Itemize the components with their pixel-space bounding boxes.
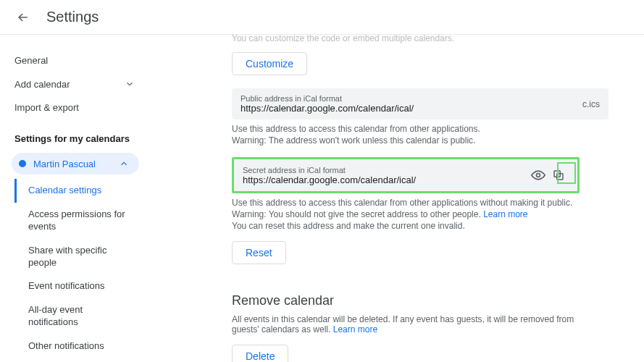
public-ical-label: Public address in iCal format xyxy=(241,94,577,103)
settings-header: Settings xyxy=(0,0,644,35)
sidebar-item-label: Import & export xyxy=(14,102,79,113)
learn-more-link-secret[interactable]: Learn more xyxy=(483,209,527,219)
delete-button[interactable]: Delete xyxy=(232,345,288,362)
truncated-help-text: You can customize the code or embed mult… xyxy=(232,35,622,43)
sidebar-section-title: Settings for my calendars xyxy=(12,119,139,150)
sublink-share-specific[interactable]: Share with specific people xyxy=(14,239,139,275)
svg-point-0 xyxy=(537,174,540,177)
settings-sidebar: General Add calendar Import & export Set… xyxy=(0,35,145,362)
settings-content: You can customize the code or embed mult… xyxy=(145,35,644,362)
sublink-calendar-settings[interactable]: Calendar settings xyxy=(14,179,139,203)
public-ical-suffix: c.ics xyxy=(582,99,600,109)
customize-button[interactable]: Customize xyxy=(232,52,307,75)
secret-ical-value: https://calendar.google.com/calendar/ica… xyxy=(243,174,528,185)
sublink-other-notifications[interactable]: Other notifications xyxy=(14,334,139,358)
sidebar-sublinks: Calendar settings Access permissions for… xyxy=(14,179,139,362)
sidebar-item-label: Add calendar xyxy=(14,79,70,90)
sidebar-calendar-current[interactable]: Martin Pascual xyxy=(12,153,139,174)
learn-more-link-remove[interactable]: Learn more xyxy=(333,324,377,334)
sublink-event-notifications[interactable]: Event notifications xyxy=(14,274,139,298)
remove-calendar-help: All events in this calendar will be dele… xyxy=(232,314,580,334)
calendar-name: Martin Pascual xyxy=(33,159,96,169)
secret-ical-field: Secret address in iCal format https://ca… xyxy=(234,159,577,191)
copy-icon[interactable] xyxy=(548,165,569,185)
public-ical-value: https://calendar.google.com/calendar/ica… xyxy=(241,103,577,114)
sidebar-item-general[interactable]: General xyxy=(12,49,139,72)
sublink-allday-notifications[interactable]: All-day event notifications xyxy=(14,298,139,334)
page-title: Settings xyxy=(46,9,99,25)
reveal-eye-icon[interactable] xyxy=(528,165,548,185)
public-ical-help1: Use this address to access this calendar… xyxy=(232,124,580,134)
sidebar-item-import-export[interactable]: Import & export xyxy=(12,96,139,119)
chevron-up-icon xyxy=(117,157,130,170)
sublink-integrate-calendar[interactable]: Integrate calendar xyxy=(14,358,139,362)
sidebar-item-label: General xyxy=(14,55,48,66)
secret-ical-help3: You can reset this address and make the … xyxy=(232,221,580,231)
secret-ical-label: Secret address in iCal format xyxy=(243,166,528,174)
public-ical-help2: Warning: The address won't work unless t… xyxy=(232,135,580,146)
back-arrow-icon[interactable] xyxy=(14,9,32,26)
secret-ical-help1: Use this address to access this calendar… xyxy=(232,198,580,208)
public-ical-field: Public address in iCal format https://ca… xyxy=(232,88,609,119)
secret-ical-help2: Warning: You should not give the secret … xyxy=(232,209,580,219)
remove-calendar-heading: Remove calendar xyxy=(232,293,622,308)
chevron-down-icon xyxy=(123,77,136,90)
sublink-access-permissions[interactable]: Access permissions for events xyxy=(14,203,139,239)
sidebar-item-add-calendar[interactable]: Add calendar xyxy=(12,72,139,96)
calendar-color-dot xyxy=(19,160,26,167)
secret-ical-highlight: Secret address in iCal format https://ca… xyxy=(232,157,580,193)
reset-button[interactable]: Reset xyxy=(232,241,286,264)
